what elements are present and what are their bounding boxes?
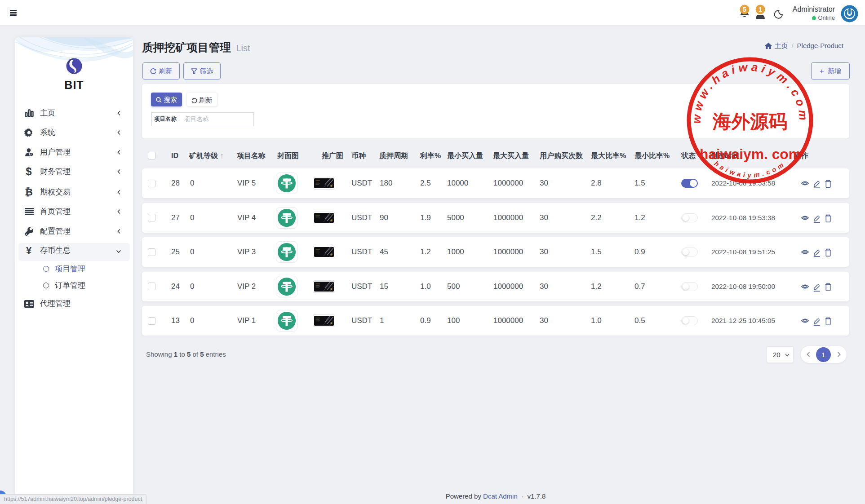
svg-text:✓: ✓ (30, 153, 32, 156)
svg-text:海外源码: 海外源码 (712, 111, 787, 132)
svg-text:5: 5 (743, 6, 746, 13)
svg-text:1: 1 (759, 6, 762, 13)
svg-text:haiwaiym. com: haiwaiym. com (700, 146, 801, 162)
